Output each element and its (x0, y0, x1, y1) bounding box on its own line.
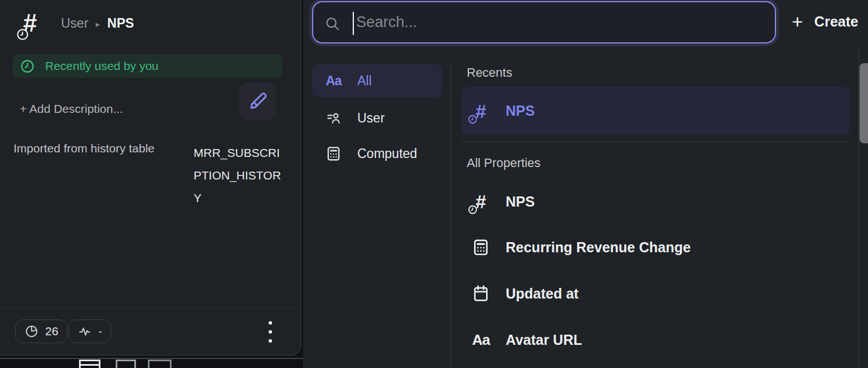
scrollbar-track[interactable] (858, 48, 868, 368)
text-aa-icon: Aa (323, 73, 344, 89)
trend-value: - (98, 325, 102, 338)
breadcrumb-parent[interactable]: User (61, 16, 89, 31)
tab-label: User (357, 111, 385, 126)
tab-label: Computed (357, 146, 417, 161)
property-item-label: Updated at (506, 286, 578, 302)
table-cell-fragment (116, 360, 136, 368)
edit-description-button[interactable] (239, 82, 277, 120)
more-options-button[interactable] (265, 321, 276, 343)
numeric-property-with-time-icon: # (468, 188, 493, 215)
property-item-label: Avatar URL (506, 332, 582, 348)
tab-all[interactable]: Aa All (312, 64, 442, 97)
user-properties-icon (323, 110, 344, 126)
pie-chart-icon (24, 324, 39, 339)
numeric-property-with-time-icon: # (19, 7, 48, 40)
table-cell-fragment (148, 360, 172, 368)
clock-icon (20, 59, 35, 74)
add-description-button[interactable]: + Add Description... (20, 102, 123, 116)
value-count: 26 (45, 325, 58, 338)
clock-badge-icon (16, 28, 29, 41)
calculator-icon (468, 238, 493, 257)
breadcrumb-separator-icon: ▸ (96, 18, 100, 29)
activity-pulse-icon (77, 324, 92, 339)
table-grid-line (0, 358, 303, 359)
property-item-nps[interactable]: # NPS (462, 179, 850, 224)
property-item-updated-at[interactable]: Updated at (462, 271, 850, 316)
property-item-label: Recurring Revenue Change (506, 239, 691, 256)
recent-item-label: NPS (506, 103, 534, 119)
panel-footer: 26 - (0, 307, 301, 355)
property-item-avatar-url[interactable]: Aa Avatar URL (462, 317, 850, 362)
text-aa-icon: Aa (468, 331, 493, 349)
breadcrumb-current: NPS (107, 16, 134, 31)
background-table-fragment (0, 356, 303, 368)
numeric-property-with-time-icon: # (468, 98, 493, 125)
filter-tabs: Aa All User Computed (303, 0, 450, 368)
pencil-icon (248, 91, 268, 111)
property-item-recurring-revenue-change[interactable]: Recurring Revenue Change (462, 225, 850, 270)
imported-table-name: MRR_SUBSCRIPTION_HISTORY (194, 142, 284, 209)
section-divider (462, 142, 850, 142)
recents-section-title: Recents (467, 65, 512, 80)
recently-used-label: Recently used by you (45, 59, 159, 73)
property-picker-modal: + Create Aa All User Computed Recents # (303, 0, 868, 368)
property-item-label: NPS (506, 194, 534, 210)
imported-from-label: Imported from history table (14, 142, 155, 155)
table-cell-fragment (79, 360, 100, 368)
calendar-icon (468, 284, 493, 303)
results-panel: Recents # NPS All Properties # NPS R (450, 0, 868, 368)
recent-item-nps[interactable]: # NPS (462, 87, 850, 135)
trend-pill[interactable]: - (68, 319, 111, 343)
property-detail-panel: # User ▸ NPS Recently used by you + Add … (0, 0, 301, 356)
tab-label: All (357, 73, 372, 89)
calculator-icon (323, 145, 344, 162)
recently-used-badge: Recently used by you (12, 54, 282, 78)
breadcrumb: User ▸ NPS (61, 16, 134, 31)
tab-computed[interactable]: Computed (312, 139, 442, 168)
tab-user[interactable]: User (312, 103, 442, 133)
value-count-pill[interactable]: 26 (15, 319, 67, 343)
all-properties-section-title: All Properties (467, 156, 541, 170)
scrollbar-thumb[interactable] (860, 63, 868, 143)
